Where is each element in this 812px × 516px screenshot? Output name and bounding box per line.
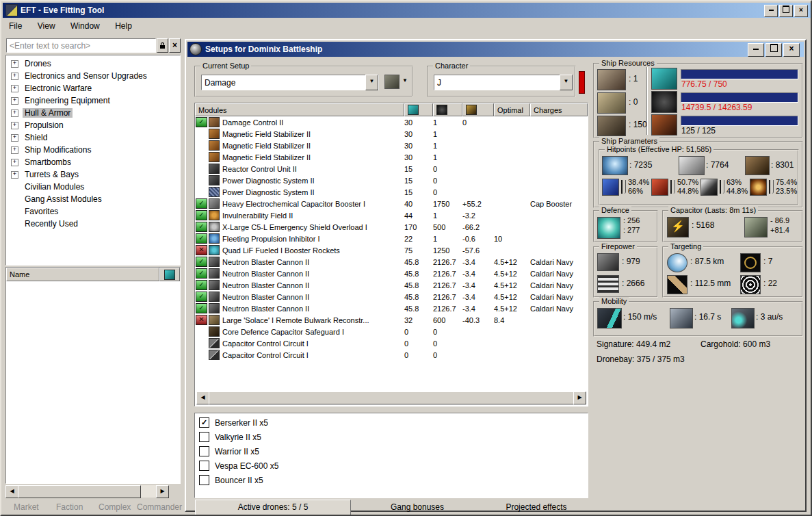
expand-icon[interactable]: + <box>11 73 18 80</box>
modules-hscrollbar[interactable]: ◀ ▶ <box>196 391 586 404</box>
module-state-icon[interactable] <box>196 222 207 232</box>
module-row[interactable]: Neutron Blaster Cannon II45.82126.7-3.44… <box>195 291 588 302</box>
tree-item-engineering[interactable]: +Engineering Equipment <box>6 94 180 107</box>
setup-tools-dropdown-arrow[interactable]: ▼ <box>402 77 408 83</box>
sidebar-hscrollbar[interactable]: ◀ ▶ <box>5 485 169 498</box>
module-row[interactable]: Power Diagnostic System II150 <box>195 186 588 198</box>
drone-item[interactable]: Warrior II x5 <box>199 446 259 456</box>
powergrid-column-header[interactable] <box>433 103 462 116</box>
module-row[interactable]: Power Diagnostic System II150 <box>195 175 588 186</box>
module-row[interactable]: Neutron Blaster Cannon II45.82126.7-3.44… <box>195 268 588 279</box>
module-row[interactable]: Neutron Blaster Cannon II45.82126.7-3.44… <box>195 279 588 291</box>
module-row[interactable]: Large 'Solace' I Remote Bulwark Reconstr… <box>195 314 588 326</box>
module-row[interactable]: Quad LiF Fueled I Booster Rockets751250-… <box>195 244 588 256</box>
expand-icon[interactable]: + <box>11 171 18 179</box>
menu-file[interactable]: File <box>3 19 28 33</box>
drone-item[interactable]: Bouncer II x5 <box>199 475 263 485</box>
module-row[interactable]: Damage Control II3010 <box>195 116 588 128</box>
menu-help[interactable]: Help <box>109 19 138 33</box>
scroll-right-button[interactable]: ▶ <box>573 391 586 404</box>
tree-item-propulsion[interactable]: +Propulsion <box>6 119 180 131</box>
module-row[interactable]: Reactor Control Unit II150 <box>195 163 588 175</box>
tab-faction[interactable]: Faction <box>56 502 83 512</box>
expand-icon[interactable]: + <box>11 134 18 142</box>
tab-active-drones[interactable]: Active drones: 5 / 5 <box>195 500 351 516</box>
expand-icon[interactable]: + <box>11 159 18 166</box>
menu-window[interactable]: Window <box>64 19 106 33</box>
expand-icon[interactable]: + <box>11 85 18 92</box>
expand-icon[interactable]: + <box>11 60 18 68</box>
cpu-column-header[interactable] <box>404 103 433 116</box>
minimize-button[interactable] <box>764 5 778 17</box>
module-row[interactable]: X-Large C5-L Emergency Shield Overload I… <box>195 221 588 233</box>
module-row[interactable]: Neutron Blaster Cannon II45.82126.7-3.44… <box>195 256 588 268</box>
module-row[interactable]: Capacitor Control Circuit I00 <box>195 349 588 361</box>
module-row[interactable]: Core Defence Capacitor Safeguard I00 <box>195 326 588 337</box>
close-button[interactable]: × <box>794 5 808 17</box>
module-state-icon[interactable] <box>196 257 207 267</box>
drone-checkbox[interactable] <box>199 417 209 428</box>
module-state-icon[interactable] <box>196 292 207 302</box>
tree-item-ship-modifications[interactable]: +Ship Modifications <box>6 144 180 156</box>
module-state-icon[interactable] <box>196 117 207 127</box>
tree-item-turrets-bays[interactable]: +Turrets & Bays <box>6 168 180 181</box>
scroll-thumb[interactable] <box>18 485 141 498</box>
cpu-column-header[interactable] <box>159 268 180 281</box>
setup-tools-button[interactable] <box>384 75 400 89</box>
scroll-thumb[interactable] <box>209 391 574 404</box>
drone-item[interactable]: Valkyrie II x5 <box>199 432 261 442</box>
tab-market[interactable]: Market <box>14 502 39 512</box>
module-row[interactable]: Magnetic Field Stabilizer II301 <box>195 128 588 140</box>
module-state-icon[interactable] <box>196 268 207 279</box>
scroll-left-button[interactable]: ◀ <box>5 485 18 498</box>
expand-icon[interactable]: + <box>11 109 18 117</box>
setups-minimize-button[interactable] <box>748 43 764 57</box>
tab-projected-effects[interactable]: Projected effects <box>485 500 588 516</box>
setups-maximize-button[interactable] <box>765 43 782 57</box>
module-state-icon[interactable] <box>196 210 207 220</box>
tree-item-recently-used[interactable]: Recently Used <box>6 218 180 230</box>
drone-checkbox[interactable] <box>199 475 209 485</box>
module-state-icon[interactable] <box>196 303 207 313</box>
expand-icon[interactable]: + <box>11 97 18 105</box>
chevron-down-icon[interactable]: ▼ <box>365 75 378 90</box>
tree-item-smartbombs[interactable]: +Smartbombs <box>6 156 180 168</box>
maximize-button[interactable] <box>779 5 793 17</box>
charges-column-header[interactable]: Charges <box>530 103 588 116</box>
tree-item-hull-armor[interactable]: +Hull & Armor <box>6 107 180 119</box>
module-row[interactable]: Heavy Electrochemical Capacitor Booster … <box>195 198 588 209</box>
scroll-right-button[interactable]: ▶ <box>156 485 169 498</box>
expand-icon[interactable]: + <box>11 122 18 129</box>
character-dropdown[interactable]: J ▼ <box>434 75 573 90</box>
drone-checkbox[interactable] <box>199 446 209 456</box>
tree-item-electronics[interactable]: +Electronics and Sensor Upgrades <box>6 70 180 82</box>
name-column-header[interactable]: Name <box>6 268 159 281</box>
search-lock-button[interactable] <box>157 38 168 53</box>
tree-item-civilian-modules[interactable]: Civilian Modules <box>6 181 180 193</box>
tree-item-drones[interactable]: +Drones <box>6 57 180 70</box>
drone-checkbox[interactable] <box>199 461 209 471</box>
capacitor-column-header[interactable] <box>462 103 494 116</box>
expand-icon[interactable]: + <box>11 146 18 154</box>
tree-item-shield[interactable]: +Shield <box>6 131 180 144</box>
menu-view[interactable]: View <box>31 19 62 33</box>
module-state-icon[interactable] <box>196 245 207 255</box>
tab-complex[interactable]: Complex <box>99 502 131 512</box>
tab-gang-bonuses[interactable]: Gang bonuses <box>350 500 484 516</box>
module-state-icon[interactable] <box>196 315 207 325</box>
search-input[interactable] <box>6 38 156 53</box>
module-state-icon[interactable] <box>196 233 207 244</box>
module-state-icon[interactable] <box>196 280 207 290</box>
module-row[interactable]: Magnetic Field Stabilizer II301 <box>195 151 588 163</box>
setups-close-button[interactable]: × <box>783 43 800 57</box>
scroll-left-button[interactable]: ◀ <box>196 391 209 404</box>
drone-item[interactable]: Berserker II x5 <box>199 417 268 428</box>
module-row[interactable]: Magnetic Field Stabilizer II301 <box>195 140 588 151</box>
search-clear-button[interactable]: × <box>169 38 181 53</box>
module-row[interactable]: Invulnerability Field II441-3.2 <box>195 209 588 221</box>
module-row[interactable]: Fleeting Propulsion Inhibitor I221-0.610 <box>195 233 588 244</box>
module-row[interactable]: Capacitor Control Circuit I00 <box>195 337 588 349</box>
current-setup-dropdown[interactable]: Damage ▼ <box>201 75 379 90</box>
module-row[interactable]: Neutron Blaster Cannon II45.82126.7-3.44… <box>195 302 588 314</box>
drone-checkbox[interactable] <box>199 432 209 442</box>
